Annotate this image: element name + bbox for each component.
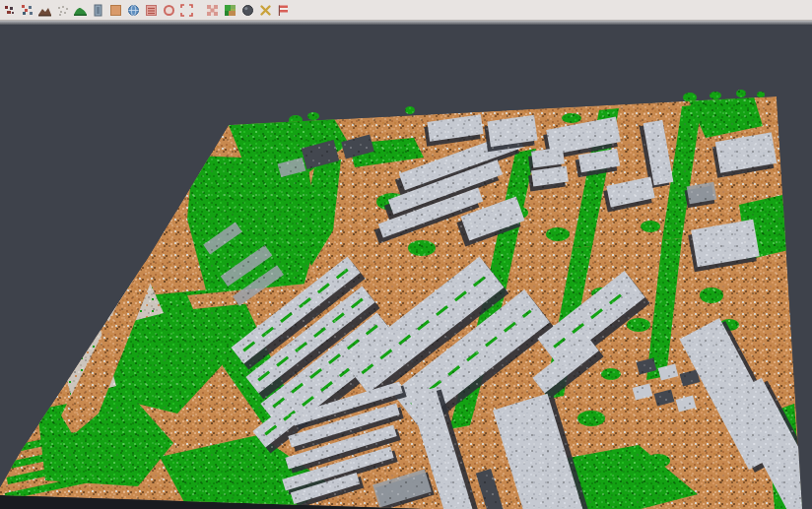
pointcloud-canvas[interactable] <box>0 25 812 509</box>
tree-canopy <box>307 112 319 120</box>
toolbar-separator <box>195 3 203 17</box>
ground-class-icon[interactable] <box>108 3 122 17</box>
classification-view-icon[interactable] <box>223 3 237 17</box>
grid-overlay-icon[interactable] <box>205 3 219 17</box>
tree-canopy <box>757 92 765 97</box>
flag-tool-icon[interactable] <box>276 3 290 17</box>
application-window <box>0 0 812 509</box>
viewport-3d-pointcloud[interactable] <box>0 25 812 509</box>
tree-canopy <box>405 106 415 114</box>
building-class-icon[interactable] <box>91 3 104 17</box>
vegetation-class-icon[interactable] <box>73 3 87 17</box>
globe-view-icon[interactable] <box>126 3 140 17</box>
profile-measure-icon[interactable] <box>144 3 158 17</box>
cross-section-icon[interactable] <box>258 3 272 17</box>
sparse-points-icon[interactable] <box>55 3 69 17</box>
marker-points-icon[interactable] <box>2 3 16 17</box>
tree-canopy <box>710 92 721 99</box>
rect-select-icon[interactable] <box>179 3 193 17</box>
terrain-icon[interactable] <box>37 3 51 17</box>
tree-canopy <box>736 90 746 97</box>
circle-select-icon[interactable] <box>162 3 175 17</box>
orbit-view-icon[interactable] <box>240 3 254 17</box>
multi-points-icon[interactable] <box>20 3 34 17</box>
toolbar <box>0 0 812 21</box>
